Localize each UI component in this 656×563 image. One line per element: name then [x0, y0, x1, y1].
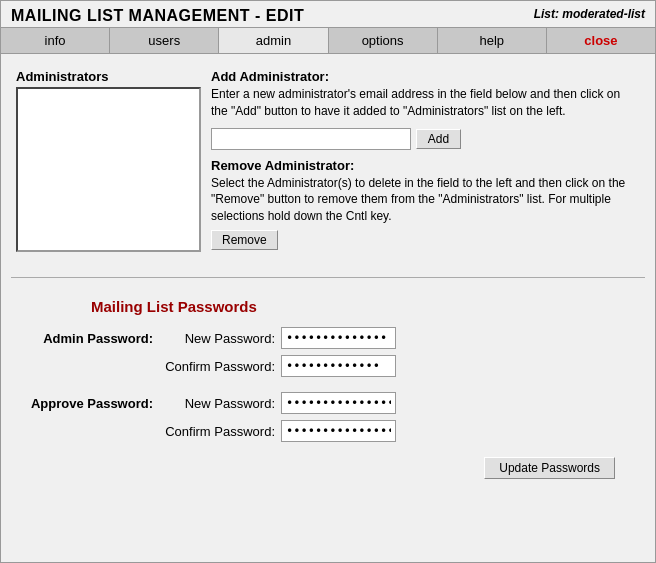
passwords-title: Mailing List Passwords	[91, 298, 635, 315]
nav-help[interactable]: help	[438, 28, 547, 53]
left-panel: Administrators	[16, 69, 201, 252]
approve-pw-confirm-row: Confirm Password:	[21, 420, 635, 442]
nav-info[interactable]: info	[1, 28, 110, 53]
admin-confirm-pw-input[interactable]	[281, 355, 396, 377]
list-label: List:	[534, 7, 559, 21]
approve-new-pw-label: New Password:	[161, 396, 281, 411]
page-title: MAILING LIST MANAGEMENT - EDIT	[11, 7, 304, 25]
administrators-label: Administrators	[16, 69, 201, 84]
nav-close[interactable]: close	[547, 28, 655, 53]
approve-confirm-pw-label: Confirm Password:	[161, 424, 281, 439]
add-button[interactable]: Add	[416, 129, 461, 149]
admin-new-pw-label: New Password:	[161, 331, 281, 346]
nav-options[interactable]: options	[329, 28, 438, 53]
remove-btn-row: Remove	[211, 230, 640, 250]
page-wrapper: MAILING LIST MANAGEMENT - EDIT List: mod…	[0, 0, 656, 563]
remove-button[interactable]: Remove	[211, 230, 278, 250]
admin-password-group: Admin Password: New Password: Confirm Pa…	[21, 327, 635, 377]
add-row: Add	[211, 128, 640, 150]
passwords-section: Mailing List Passwords Admin Password: N…	[1, 293, 655, 489]
nav-admin[interactable]: admin	[219, 28, 328, 53]
update-passwords-button[interactable]: Update Passwords	[484, 457, 615, 479]
add-admin-title: Add Administrator:	[211, 69, 329, 84]
approve-password-group: Approve Password: New Password: Confirm …	[21, 392, 635, 442]
approve-pw-new-row: Approve Password: New Password:	[21, 392, 635, 414]
admin-pw-confirm-row: Confirm Password:	[21, 355, 635, 377]
approve-pw-label: Approve Password:	[21, 396, 161, 411]
remove-admin-description: Select the Administrator(s) to delete in…	[211, 175, 640, 225]
section-divider	[11, 277, 645, 278]
remove-admin-section: Remove Administrator: Select the Adminis…	[211, 158, 640, 250]
admin-pw-label: Admin Password:	[21, 331, 161, 346]
list-name-display: List: moderated-list	[534, 7, 645, 21]
nav-bar: info users admin options help close	[1, 27, 655, 54]
remove-admin-title: Remove Administrator:	[211, 158, 354, 173]
admin-pw-new-row: Admin Password: New Password:	[21, 327, 635, 349]
admin-content: Administrators Add Administrator: Enter …	[1, 54, 655, 262]
title-bar: MAILING LIST MANAGEMENT - EDIT List: mod…	[1, 1, 655, 27]
right-panel: Add Administrator: Enter a new administr…	[211, 69, 640, 252]
approve-confirm-pw-input[interactable]	[281, 420, 396, 442]
admin-confirm-pw-label: Confirm Password:	[161, 359, 281, 374]
admin-listbox[interactable]	[16, 87, 201, 252]
admin-section: Administrators Add Administrator: Enter …	[16, 69, 640, 252]
approve-new-pw-input[interactable]	[281, 392, 396, 414]
update-btn-row: Update Passwords	[21, 457, 635, 479]
admin-new-pw-input[interactable]	[281, 327, 396, 349]
add-admin-section: Add Administrator: Enter a new administr…	[211, 69, 640, 150]
list-name-value: moderated-list	[562, 7, 645, 21]
add-email-input[interactable]	[211, 128, 411, 150]
add-admin-description: Enter a new administrator's email addres…	[211, 86, 640, 120]
nav-users[interactable]: users	[110, 28, 219, 53]
